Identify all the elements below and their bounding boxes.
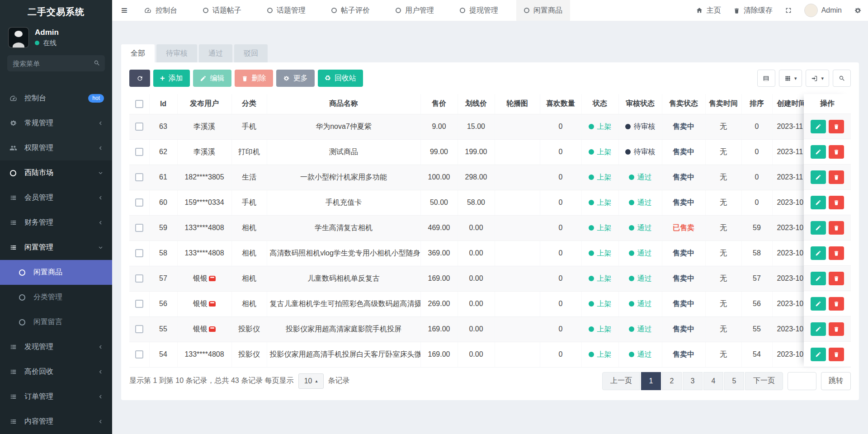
filter-tab-pass[interactable]: 通过 [199,44,232,62]
filter-tab-pending[interactable]: 待审核 [156,44,197,62]
clear-cache-link[interactable]: 清除缓存 [733,6,773,15]
jump-page-input[interactable] [788,372,816,390]
filter-tab-all[interactable]: 全部 [121,44,155,62]
row-edit-button[interactable] [811,221,826,235]
sidebar-item-idle-goods[interactable]: 闲置商品 [0,260,112,285]
trash-icon [241,75,248,82]
column-header[interactable]: 状态 [581,94,618,114]
topnav-tab-topic-manage[interactable]: 话题管理 [259,0,313,21]
column-header[interactable]: 售卖状态 [662,94,705,114]
search-icon[interactable] [94,60,100,66]
row-checkbox[interactable] [135,173,143,181]
add-button[interactable]: +添加 [153,70,190,87]
row-edit-button[interactable] [811,145,826,159]
more-button[interactable]: 更多 [276,70,315,87]
sidebar-item-market[interactable]: 西陆市场 [0,160,112,185]
topnav-tab-user-manage[interactable]: 用户管理 [388,0,442,21]
user-menu[interactable]: Admin [804,4,842,17]
sidebar-item-auth[interactable]: 权限管理 [0,136,112,160]
sidebar-item-content[interactable]: 内容管理 [0,409,112,434]
menu-search-input[interactable] [7,55,105,71]
prev-page-button[interactable]: 上一页 [602,372,640,390]
sidebar-item-high-recycle[interactable]: 高价回收 [0,359,112,384]
refresh-button[interactable] [129,70,150,87]
filter-tab-reject[interactable]: 驳回 [234,44,268,62]
topnav-tab-topic-posts[interactable]: 话题帖子 [195,0,249,21]
column-header[interactable]: 划线价 [458,94,495,114]
row-edit-button[interactable] [811,272,826,285]
row-checkbox[interactable] [135,325,143,333]
row-checkbox[interactable] [135,198,143,207]
sidebar-item-idle-message[interactable]: 闲置留言 [0,310,112,335]
page-1[interactable]: 1 [641,372,661,390]
export-button[interactable]: ▾ [806,70,829,87]
row-checkbox[interactable] [135,274,143,283]
row-edit-button[interactable] [811,246,826,260]
page-3[interactable]: 3 [683,372,703,390]
topnav-tab-post-review[interactable]: 帖子评价 [324,0,377,21]
brand[interactable]: 二手交易系统 [0,0,112,24]
sidebar-item-discover[interactable]: 发现管理 [0,335,112,359]
fullscreen-button[interactable] [785,7,792,14]
column-header[interactable]: 排序 [741,94,772,114]
column-header[interactable]: 发布用户 [177,94,231,114]
sidebar-item-member[interactable]: 会员管理 [0,185,112,210]
settings-button[interactable] [854,7,862,14]
column-header[interactable]: 分类 [231,94,267,114]
row-delete-button[interactable] [829,170,844,184]
row-checkbox[interactable] [135,148,143,156]
row-checkbox[interactable] [135,224,143,232]
edit-button[interactable]: 编辑 [193,70,231,87]
jump-button[interactable]: 跳转 [821,372,851,390]
page-2[interactable]: 2 [662,372,682,390]
sidebar-item-order[interactable]: 订单管理 [0,384,112,409]
column-header[interactable]: 售价 [420,94,458,114]
row-delete-button[interactable] [829,348,844,361]
hamburger-icon[interactable]: ≡ [112,5,137,16]
sidebar-item-dashboard[interactable]: 控制台hot [0,86,112,111]
topnav-tab-withdraw[interactable]: 提现管理 [452,0,506,21]
row-delete-button[interactable] [829,196,844,209]
row-edit-button[interactable] [811,196,826,209]
columns-button[interactable]: ▾ [779,70,802,87]
avatar[interactable] [8,27,29,48]
home-link[interactable]: 主页 [696,6,721,15]
row-checkbox[interactable] [135,300,143,308]
row-delete-button[interactable] [829,297,844,311]
search-button[interactable] [833,70,851,87]
column-header[interactable]: 售卖时间 [705,94,741,114]
row-edit-button[interactable] [811,322,826,336]
delete-button[interactable]: 删除 [235,70,273,87]
topnav-tab-idle-goods[interactable]: 闲置商品 [516,0,570,21]
row-delete-button[interactable] [829,272,844,285]
row-edit-button[interactable] [811,297,826,311]
topnav-tab-dashboard[interactable]: 控制台 [137,0,185,21]
column-header[interactable]: 审核状态 [618,94,662,114]
row-edit-button[interactable] [811,120,826,133]
view-toggle-button[interactable] [757,70,775,87]
sidebar-item-finance[interactable]: 财务管理 [0,210,112,235]
row-delete-button[interactable] [829,322,844,336]
row-delete-button[interactable] [829,120,844,133]
column-header[interactable]: 喜欢数量 [540,94,581,114]
row-edit-button[interactable] [811,170,826,184]
row-edit-button[interactable] [811,348,826,361]
sidebar-item-general[interactable]: 常规管理 [0,111,112,136]
row-checkbox[interactable] [135,350,143,359]
row-checkbox[interactable] [135,249,143,257]
column-header[interactable]: 商品名称 [267,94,420,114]
row-checkbox[interactable] [135,123,143,131]
sidebar-item-idle[interactable]: 闲置管理 [0,235,112,260]
row-delete-button[interactable] [829,221,844,235]
next-page-button[interactable]: 下一页 [745,372,783,390]
column-header[interactable]: 轮播图 [495,94,540,114]
row-delete-button[interactable] [829,145,844,159]
page-5[interactable]: 5 [724,372,744,390]
page-4[interactable]: 4 [703,372,723,390]
column-header[interactable]: Id [149,94,177,114]
sidebar-item-category[interactable]: 分类管理 [0,285,112,310]
page-size-select[interactable]: 10 ▴ [298,373,324,389]
row-delete-button[interactable] [829,246,844,260]
recycle-bin-button[interactable]: ♻回收站 [318,70,363,87]
select-all-checkbox[interactable] [135,100,143,108]
